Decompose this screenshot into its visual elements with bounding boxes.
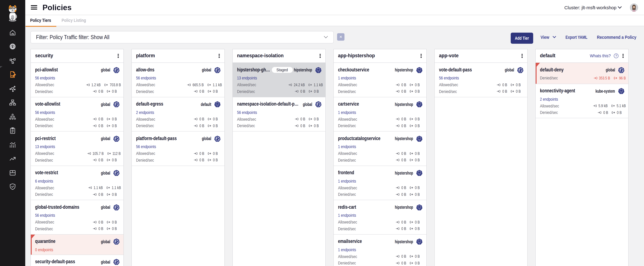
svg-text:ns: ns [419, 174, 420, 175]
svg-text:ns: ns [419, 140, 420, 141]
svg-text:ns: ns [419, 71, 420, 72]
svg-text:ns: ns [419, 106, 420, 106]
svg-text:ns: ns [217, 106, 218, 106]
svg-text:ns: ns [419, 243, 420, 244]
svg-text:ns: ns [620, 92, 622, 93]
svg-text:ns: ns [419, 208, 420, 210]
svg-text:ns: ns [318, 71, 319, 72]
